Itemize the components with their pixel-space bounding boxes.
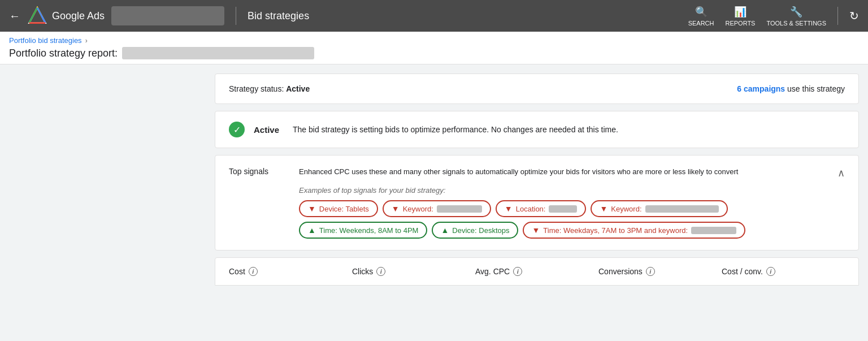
signal-tag-keyword-1[interactable]: ▼ Keyword: — [383, 200, 491, 217]
signal-tag-label: Time: Weekends, 8AM to 4PM — [319, 226, 419, 235]
active-description: The bid strategy is setting bids to opti… — [293, 125, 618, 134]
metric-clicks-help[interactable]: i — [376, 267, 385, 276]
signals-header-row: Enhanced CPC uses these and many other s… — [299, 167, 845, 179]
reports-action-label: REPORTS — [725, 20, 755, 27]
reports-icon: 📊 — [734, 6, 747, 18]
app-logo: Google Ads — [27, 6, 105, 26]
top-signals-card: Top signals Enhanced CPC uses these and … — [215, 155, 859, 251]
metric-col-cost: Cost i — [229, 267, 352, 276]
tools-settings-icon: 🔧 — [790, 6, 802, 18]
nav-divider-2 — [837, 7, 838, 25]
signals-title: Top signals — [229, 167, 285, 239]
metric-col-avg-cpc: Avg. CPC i — [475, 267, 598, 276]
top-navigation: ← Google Ads Bid strategies 🔍 SEARCH 📊 R… — [0, 0, 868, 32]
svg-line-3 — [37, 8, 45, 23]
search-action-button[interactable]: 🔍 SEARCH — [688, 6, 714, 27]
active-card-content: ✓ Active The bid strategy is setting bid… — [215, 111, 858, 148]
signals-tags-row-2: ▲ Time: Weekends, 8AM to 4PM ▲ Device: D… — [299, 222, 845, 239]
strategy-status-content: Strategy status: Active 6 campaigns use … — [215, 74, 858, 103]
metric-col-conversions: Conversions i — [598, 267, 722, 276]
breadcrumb-area: Portfolio bid strategies › Portfolio str… — [0, 32, 868, 64]
signal-tag-blur — [437, 205, 482, 213]
nav-actions: 🔍 SEARCH 📊 REPORTS 🔧 TOOLS & SETTINGS ↻ — [688, 6, 859, 27]
signals-collapse-button[interactable]: ∧ — [837, 167, 845, 179]
metric-col-cost-conv: Cost / conv. i — [722, 267, 845, 276]
signals-layout: Top signals Enhanced CPC uses these and … — [229, 167, 845, 239]
page-title-row: Portfolio strategy report: — [9, 47, 859, 64]
arrow-down-icon: ▼ — [600, 204, 607, 213]
reports-action-button[interactable]: 📊 REPORTS — [725, 6, 755, 27]
arrow-up-icon: ▲ — [441, 226, 449, 235]
signal-tag-time-weekends[interactable]: ▲ Time: Weekends, 8AM to 4PM — [299, 222, 427, 239]
signal-tag-blur — [691, 227, 736, 234]
main-content: Strategy status: Active 6 campaigns use … — [0, 64, 868, 286]
svg-line-2 — [29, 8, 37, 23]
metric-cost-conv-help[interactable]: i — [766, 267, 775, 276]
signals-tags-row: ▼ Device: Tablets ▼ Keyword: ▼ Location: — [299, 200, 845, 217]
signal-tag-label: Location: — [516, 205, 546, 213]
metric-cost-help[interactable]: i — [249, 267, 258, 276]
campaigns-suffix: use this strategy — [787, 84, 845, 93]
metric-conversions-label: Conversions — [598, 267, 643, 276]
signal-tag-device-tablets[interactable]: ▼ Device: Tablets — [299, 200, 378, 217]
metric-clicks-label: Clicks — [352, 267, 373, 276]
page-title: Portfolio strategy report: — [9, 48, 118, 59]
svg-marker-0 — [29, 8, 46, 23]
metric-avg-cpc-help[interactable]: i — [513, 267, 522, 276]
signal-tag-label: Keyword: — [611, 205, 641, 213]
arrow-up-icon: ▲ — [308, 226, 316, 235]
signal-tag-location[interactable]: ▼ Location: — [496, 200, 587, 217]
metrics-card: Cost i Clicks i Avg. CPC i Conversions i… — [215, 257, 859, 286]
signal-tag-keyword-2[interactable]: ▼ Keyword: — [591, 200, 727, 217]
breadcrumb-parent-link[interactable]: Portfolio bid strategies — [9, 36, 82, 45]
search-input[interactable] — [111, 6, 224, 25]
strategy-status-active: Active — [286, 84, 310, 93]
search-action-label: SEARCH — [688, 20, 714, 27]
strategy-status-card: Strategy status: Active 6 campaigns use … — [215, 74, 859, 104]
signal-tag-blur — [549, 205, 577, 213]
strategy-status-left: Strategy status: Active — [229, 84, 310, 93]
strategy-status-right: 6 campaigns use this strategy — [737, 84, 845, 93]
breadcrumb-chevron-icon: › — [85, 37, 88, 45]
strategy-name-value — [122, 47, 314, 59]
metric-conversions-help[interactable]: i — [646, 267, 655, 276]
signal-tag-label: Device: Tablets — [319, 205, 369, 213]
signal-tag-time-weekdays[interactable]: ▼ Time: Weekdays, 7AM to 3PM and keyword… — [523, 222, 745, 239]
arrow-down-icon: ▼ — [532, 226, 540, 235]
metric-avg-cpc-label: Avg. CPC — [475, 267, 510, 276]
refresh-button[interactable]: ↻ — [849, 9, 859, 23]
nav-divider-1 — [236, 7, 236, 25]
active-checkmark-icon: ✓ — [229, 122, 245, 137]
metric-cost-conv-label: Cost / conv. — [722, 267, 763, 276]
signal-tag-label: Keyword: — [403, 205, 433, 213]
checkmark-symbol: ✓ — [233, 124, 241, 135]
page-title-nav: Bid strategies — [248, 10, 682, 22]
metric-cost-label: Cost — [229, 267, 245, 276]
active-label: Active — [254, 125, 279, 135]
campaigns-link[interactable]: 6 campaigns — [737, 84, 785, 93]
search-icon: 🔍 — [695, 6, 708, 18]
tools-settings-action-button[interactable]: 🔧 TOOLS & SETTINGS — [766, 6, 826, 27]
tools-settings-action-label: TOOLS & SETTINGS — [766, 20, 826, 27]
signals-examples-label: Examples of top signals for your bid str… — [299, 186, 845, 195]
signal-tag-label: Time: Weekdays, 7AM to 3PM and keyword: — [543, 226, 688, 235]
svg-marker-1 — [29, 8, 46, 23]
signal-tag-device-desktops[interactable]: ▲ Device: Desktops — [432, 222, 518, 239]
breadcrumb: Portfolio bid strategies › — [9, 36, 859, 45]
metric-col-clicks: Clicks i — [352, 267, 475, 276]
arrow-down-icon: ▼ — [392, 204, 400, 213]
active-info-card: ✓ Active The bid strategy is setting bid… — [215, 111, 859, 148]
app-name-label: Google Ads — [52, 10, 105, 22]
signal-tag-label: Device: Desktops — [452, 226, 509, 235]
signals-description: Enhanced CPC uses these and many other s… — [299, 167, 738, 177]
strategy-status-label: Strategy status: — [229, 84, 284, 93]
arrow-down-icon: ▼ — [308, 204, 316, 213]
metrics-row: Cost i Clicks i Avg. CPC i Conversions i… — [229, 267, 845, 276]
signal-tag-blur — [645, 205, 719, 213]
arrow-down-icon: ▼ — [505, 204, 513, 213]
google-ads-logo-icon — [27, 6, 47, 26]
signals-body: Enhanced CPC uses these and many other s… — [299, 167, 845, 239]
back-button[interactable]: ← — [9, 10, 20, 21]
